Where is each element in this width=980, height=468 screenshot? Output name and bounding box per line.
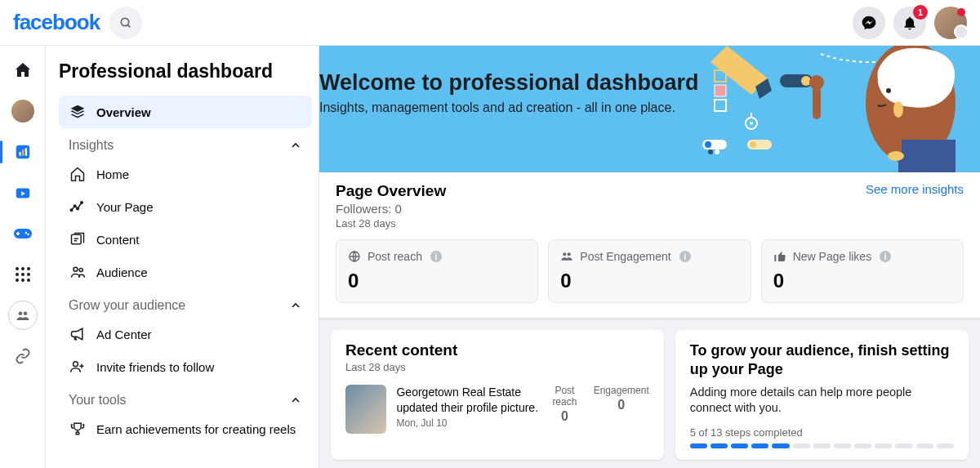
svg-rect-3 [19, 152, 20, 156]
svg-point-20 [27, 279, 30, 282]
rail-menu[interactable] [8, 260, 38, 289]
progress-segment [875, 443, 892, 448]
content-date: Mon, Jul 10 [396, 417, 541, 429]
svg-point-54 [568, 252, 571, 256]
content-text: Georgetown Real Estate updated their pro… [396, 385, 541, 416]
mini-avatar [11, 100, 34, 123]
sidebar-item-content[interactable]: Content [59, 223, 312, 256]
progress-segment [751, 443, 768, 448]
trophy-icon [69, 421, 87, 437]
svg-line-1 [127, 25, 130, 27]
sidebar-item-overview[interactable]: Overview [59, 96, 312, 128]
svg-rect-27 [72, 234, 82, 244]
progress-segment [834, 443, 851, 448]
hero-illustration [702, 46, 980, 172]
svg-point-11 [27, 234, 29, 236]
notifications-button[interactable]: 1 [893, 7, 926, 39]
sidebar-section-tools[interactable]: Your tools [59, 383, 312, 412]
sidebar-item-audience[interactable]: Audience [59, 256, 312, 288]
page-overview-card: Page Overview Followers: 0 Last 28 days … [319, 172, 980, 320]
sidebar-item-home[interactable]: Home [59, 158, 312, 190]
facebook-logo[interactable]: facebook [13, 10, 100, 35]
svg-rect-32 [715, 85, 726, 96]
stat-value: 0 [348, 270, 526, 292]
search-button[interactable] [109, 7, 142, 39]
overview-followers: Followers: 0 [336, 202, 446, 216]
svg-point-22 [23, 312, 27, 316]
svg-point-37 [750, 141, 756, 148]
overview-title: Page Overview [336, 182, 446, 200]
account-avatar[interactable] [934, 7, 967, 39]
sidebar-item-invite[interactable]: Invite friends to follow [59, 350, 312, 383]
progress-segment [937, 443, 954, 448]
rail-groups[interactable] [8, 301, 38, 330]
info-icon[interactable]: i [679, 251, 691, 262]
svg-rect-47 [898, 140, 956, 172]
svg-rect-9 [16, 233, 20, 234]
grid-icon [15, 266, 31, 283]
chevron-up-icon [289, 139, 302, 152]
svg-point-10 [24, 232, 27, 234]
info-icon[interactable]: i [430, 251, 442, 262]
svg-point-49 [888, 151, 904, 161]
sidebar-section-grow[interactable]: Grow your audience [59, 288, 312, 318]
content-icon [69, 231, 87, 247]
megaphone-icon [69, 326, 87, 342]
rail-profile[interactable] [8, 96, 38, 126]
svg-rect-4 [22, 149, 24, 155]
recent-content-period: Last 28 days [345, 361, 649, 373]
recent-content-card: Recent content Last 28 days Georgetown R… [331, 330, 664, 460]
progress-segment [916, 443, 933, 448]
svg-point-21 [18, 312, 22, 316]
progress-segment [731, 443, 748, 448]
rail-link[interactable] [8, 341, 38, 371]
rail-watch[interactable] [8, 178, 38, 207]
sidebar-item-label: Overview [96, 105, 151, 119]
progress-segments [690, 443, 954, 448]
rail-dashboard[interactable] [8, 137, 38, 167]
top-bar: facebook 1 [0, 0, 980, 46]
search-icon [119, 16, 132, 29]
page-title: Professional dashboard [59, 60, 312, 82]
svg-point-40 [708, 149, 713, 154]
svg-point-19 [21, 279, 24, 282]
gamepad-icon [13, 227, 33, 240]
svg-point-39 [705, 141, 711, 148]
svg-point-14 [27, 267, 30, 270]
grow-title: To grow your audience, finish setting up… [690, 341, 954, 380]
svg-point-24 [74, 205, 76, 207]
people-icon [560, 250, 573, 263]
progress-segment [895, 443, 912, 448]
svg-point-28 [74, 267, 78, 271]
svg-point-26 [81, 202, 83, 204]
svg-point-17 [27, 273, 30, 276]
messenger-button[interactable] [853, 7, 885, 39]
sidebar-item-adcenter[interactable]: Ad Center [59, 318, 312, 350]
svg-rect-5 [24, 148, 26, 155]
sidebar-item-page[interactable]: Your Page [59, 190, 312, 223]
globe-icon [348, 250, 361, 263]
svg-point-45 [886, 88, 891, 93]
chevron-up-icon [289, 394, 302, 407]
rail-gaming[interactable] [8, 219, 38, 248]
sidebar-section-insights[interactable]: Insights [59, 128, 312, 158]
chevron-up-icon [289, 299, 302, 312]
rail-home[interactable] [8, 56, 38, 85]
svg-point-35 [801, 76, 811, 86]
svg-point-18 [16, 279, 19, 282]
groups-icon [16, 308, 30, 323]
svg-point-0 [121, 18, 128, 25]
home-icon [13, 60, 33, 80]
progress-segment [813, 443, 831, 448]
svg-point-15 [16, 273, 19, 276]
progress-segment [772, 443, 789, 448]
svg-point-43 [750, 122, 753, 125]
progress-segment [710, 443, 728, 448]
info-icon[interactable]: i [880, 251, 891, 262]
trend-icon [69, 198, 87, 215]
see-more-insights-link[interactable]: See more insights [866, 182, 964, 196]
stat-engagement: Post Engagementi 0 [548, 239, 751, 303]
svg-point-23 [70, 209, 73, 211]
recent-content-item[interactable]: Georgetown Real Estate updated their pro… [345, 385, 649, 434]
sidebar-item-achievements[interactable]: Earn achievements for creating reels [59, 412, 312, 445]
